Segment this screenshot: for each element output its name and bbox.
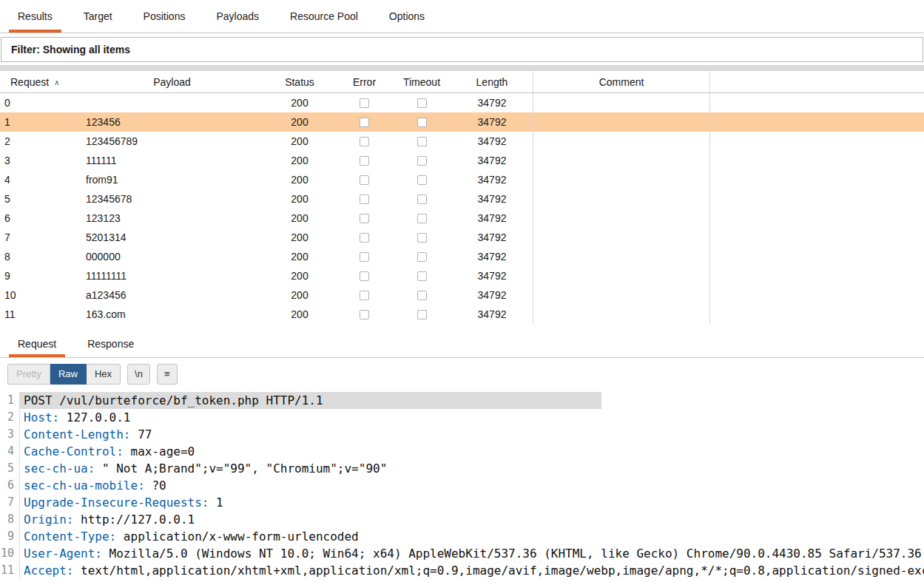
tab-resource-pool[interactable]: Resource Pool (274, 0, 374, 33)
filler-cell (710, 170, 924, 189)
filler-cell (710, 151, 924, 170)
filter-bar[interactable]: Filter: Showing all items (1, 37, 923, 62)
request-number-cell: 9 (0, 266, 81, 285)
request-number-cell: 6 (0, 209, 81, 228)
comment-cell (533, 285, 710, 305)
length-cell: 34792 (451, 132, 533, 151)
line-number: 9 (0, 528, 20, 545)
column-header-length[interactable]: Length (451, 71, 533, 92)
length-cell: 34792 (451, 285, 533, 305)
table-row[interactable]: 51234567820034792 (0, 189, 924, 209)
length-cell: 34792 (451, 112, 533, 132)
status-cell: 200 (263, 151, 337, 170)
timeout-cell (392, 209, 451, 228)
tab-label: Resource Pool (290, 10, 358, 22)
comment-cell (533, 170, 710, 189)
error-cell (337, 247, 392, 266)
table-row[interactable]: 10a12345620034792 (0, 285, 924, 305)
tab-results[interactable]: Results (2, 0, 68, 33)
splitter[interactable] (0, 65, 924, 71)
column-label: Payload (153, 76, 191, 88)
tab-request[interactable]: Request (2, 330, 72, 357)
timeout-checkbox (417, 310, 427, 319)
hex-button[interactable]: Hex (87, 364, 121, 385)
pretty-button[interactable]: Pretty (7, 364, 50, 385)
line-number: 4 (0, 443, 20, 460)
header-name: sec-ch-ua: (24, 461, 95, 476)
column-label: Timeout (403, 76, 440, 88)
request-line: Host: 127.0.0.1 (20, 409, 131, 426)
column-header-error[interactable]: Error (337, 71, 392, 92)
table-row[interactable]: 4from9120034792 (0, 170, 924, 189)
tab-payloads[interactable]: Payloads (200, 0, 274, 33)
timeout-checkbox (417, 98, 427, 108)
payload-cell (81, 93, 263, 112)
column-header-status[interactable]: Status (263, 71, 337, 92)
header-name: Content-Type: (24, 529, 116, 544)
column-header-comment[interactable]: Comment (533, 71, 710, 92)
request-number-cell: 3 (0, 151, 81, 170)
column-label: Comment (599, 76, 644, 88)
error-checkbox (360, 271, 369, 281)
status-cell: 200 (263, 93, 337, 112)
error-checkbox (360, 137, 369, 146)
results-table: Request ∧ Payload Status Error Timeout L… (0, 71, 924, 324)
request-number-cell: 10 (0, 285, 81, 305)
timeout-cell (392, 189, 451, 209)
raw-button[interactable]: Raw (50, 364, 87, 385)
column-header-payload[interactable]: Payload (81, 71, 263, 92)
filler-cell (710, 266, 924, 285)
header-name: Upgrade-Insecure-Requests: (24, 495, 209, 510)
table-row[interactable]: 020034792 (0, 93, 924, 112)
status-cell: 200 (263, 266, 337, 285)
table-row[interactable]: 311111120034792 (0, 151, 924, 170)
message-editor-tab-bar: Request Response (0, 330, 924, 358)
request-line: Cache-Control: max-age=0 (20, 443, 195, 460)
payload-cell: 5201314 (81, 228, 263, 247)
code-line: 3Content-Length: 77 (0, 426, 924, 443)
table-row[interactable]: 112345620034792 (0, 112, 924, 132)
tab-options[interactable]: Options (374, 0, 440, 33)
table-row[interactable]: 612312320034792 (0, 209, 924, 228)
newline-toggle-button[interactable]: \n (127, 364, 150, 385)
header-name: Accept: (24, 564, 73, 578)
line-number: 11 (0, 562, 20, 579)
request-line: POST /vul/burteforce/bf_token.php HTTP/1… (20, 392, 601, 409)
error-checkbox (360, 252, 369, 262)
table-row[interactable]: 11163.com20034792 (0, 305, 924, 324)
table-row[interactable]: 91111111120034792 (0, 266, 924, 285)
table-row[interactable]: 212345678920034792 (0, 132, 924, 151)
request-number-cell: 2 (0, 132, 81, 151)
timeout-checkbox (417, 137, 427, 146)
payload-cell: a123456 (81, 285, 263, 305)
timeout-cell (392, 247, 451, 266)
error-checkbox (360, 233, 369, 243)
code-line: 7Upgrade-Insecure-Requests: 1 (0, 494, 924, 511)
table-row[interactable]: 7520131420034792 (0, 228, 924, 247)
table-row[interactable]: 800000020034792 (0, 247, 924, 266)
tab-response[interactable]: Response (72, 330, 149, 357)
status-cell: 200 (263, 112, 337, 132)
editor-options-button[interactable]: ≡ (157, 364, 178, 385)
timeout-cell (392, 228, 451, 247)
column-header-timeout[interactable]: Timeout (392, 71, 451, 92)
timeout-checkbox (417, 175, 427, 185)
request-line: Upgrade-Insecure-Requests: 1 (20, 494, 223, 511)
request-number-cell: 0 (0, 93, 81, 112)
request-number-cell: 11 (0, 305, 81, 324)
error-cell (337, 112, 392, 132)
column-label: Length (476, 76, 508, 88)
tab-target[interactable]: Target (68, 0, 128, 33)
request-line: Origin: http://127.0.0.1 (20, 511, 195, 528)
timeout-cell (392, 305, 451, 324)
column-label: Request (10, 76, 49, 88)
filler-cell (710, 189, 924, 209)
code-line: 9Content-Type: application/x-www-form-ur… (0, 528, 924, 545)
timeout-cell (392, 112, 451, 132)
tab-positions[interactable]: Positions (128, 0, 201, 33)
filler-cell (710, 112, 924, 132)
status-cell: 200 (263, 209, 337, 228)
request-editor[interactable]: 1POST /vul/burteforce/bf_token.php HTTP/… (0, 390, 924, 579)
timeout-cell (392, 93, 451, 112)
column-header-request[interactable]: Request ∧ (0, 71, 81, 92)
